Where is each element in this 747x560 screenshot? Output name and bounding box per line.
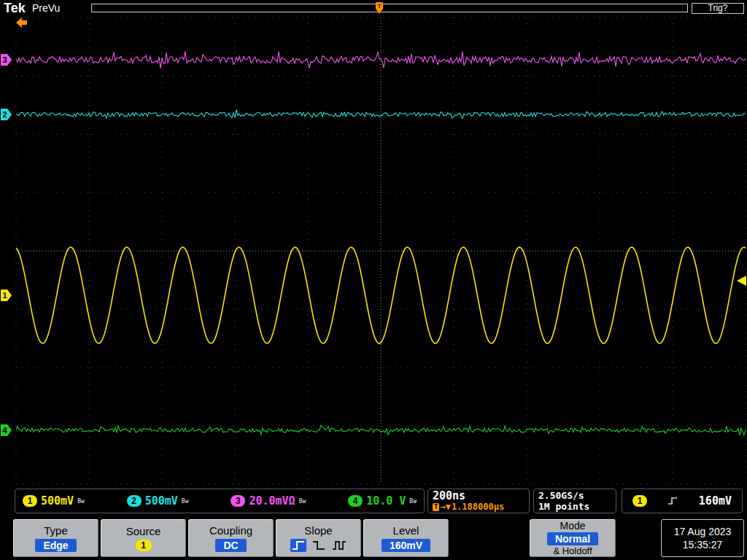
falling-slope-icon[interactable] (311, 539, 327, 552)
coupling-label: Coupling (209, 524, 252, 537)
mode-value: Normal (547, 532, 598, 545)
record-view-bar (91, 4, 688, 12)
trigger-level-value: 160mV (699, 494, 732, 508)
level-value: 160mV (382, 539, 430, 552)
trigger-delay-readout: T →▼ 1.188000µs (433, 502, 525, 512)
date-value: 17 Aug 2023 (674, 526, 732, 537)
trigger-readout: 1 160mV (622, 489, 743, 513)
slope-button[interactable]: Slope (276, 519, 361, 557)
level-label: Level (393, 524, 419, 537)
either-slope-icon[interactable] (331, 539, 347, 552)
trigger-t-label: T (378, 3, 382, 9)
channel-2-readout[interactable]: 2 500mV Bw (127, 494, 189, 508)
type-button[interactable]: Type Edge (13, 519, 98, 557)
acquisition-readout: 2.50GS/s 1M points (533, 489, 616, 513)
trigger-status-indicator: Trig? (692, 3, 744, 14)
trigger-menu-bar: Type Edge Source 1 Coupling DC Slope (0, 516, 747, 560)
sample-rate-value: 2.50GS/s (538, 490, 611, 501)
channel-1-badge: 1 (23, 495, 37, 507)
channel-1-readout[interactable]: 1 500mV Bw (23, 494, 85, 508)
trigger-t-icon: T (433, 503, 439, 511)
trigger-position-marker[interactable]: T (374, 1, 385, 16)
readout-bar: 1 500mV Bw 2 500mV Bw 3 20.0mVΩ Bw 4 10.… (0, 486, 747, 516)
time-value: 15:35:27 (683, 539, 723, 551)
channel-1-scale: 500mV (41, 494, 74, 508)
source-button[interactable]: Source 1 (101, 519, 186, 557)
channel-4-trace (16, 425, 746, 435)
trigger-delay-value: 1.188000µs (452, 502, 504, 512)
type-value: Edge (35, 539, 76, 552)
channel-2-ground-marker-label: 2 (2, 110, 7, 119)
source-label: Source (126, 525, 161, 537)
trigger-level-marker[interactable] (737, 276, 746, 286)
channel-2-badge: 2 (127, 495, 142, 507)
level-button[interactable]: Level 160mV (363, 519, 449, 557)
brand-logo: Tek (4, 1, 26, 16)
channel-4-badge: 4 (348, 495, 363, 507)
bandwidth-limit-icon: Bw (77, 498, 85, 508)
rising-slope-icon[interactable] (290, 539, 306, 552)
channel-3-ground-marker-label: 3 (2, 55, 7, 64)
slope-label: Slope (304, 524, 332, 537)
bandwidth-limit-icon: Bw (409, 498, 417, 508)
channel-3-scale: 20.0mVΩ (249, 494, 295, 508)
channel-4-readout[interactable]: 4 10.0 V Bw (348, 494, 417, 508)
acquisition-status: PreVu (32, 2, 60, 14)
oscilloscope-screen: 3214 Tek PreVu T Trig? 1 500mV Bw 2 500m… (0, 0, 747, 560)
bandwidth-limit-icon: Bw (299, 498, 306, 508)
channel-3-trace (16, 51, 746, 69)
channel-scale-readouts: 1 500mV Bw 2 500mV Bw 3 20.0mVΩ Bw 4 10.… (15, 489, 425, 513)
channel-1-ground-marker-label: 1 (2, 291, 7, 300)
mode-value-secondary: & Holdoff (553, 546, 592, 556)
rising-edge-icon (667, 495, 678, 507)
datetime-display: 17 Aug 2023 15:35:27 (661, 519, 744, 557)
type-label: Type (44, 524, 68, 537)
channel-4-ground-marker-label: 4 (2, 426, 7, 435)
status-bar: Tek PreVu T Trig? (0, 0, 747, 16)
mode-button[interactable]: Mode Normal & Holdoff (530, 519, 616, 557)
source-value-badge: 1 (136, 540, 152, 551)
timebase-value: 200ns (433, 490, 525, 502)
delay-arrow-icon: →▼ (440, 502, 450, 512)
record-length-value: 1M points (538, 501, 611, 512)
bandwidth-limit-icon: Bw (182, 498, 189, 508)
mode-label: Mode (560, 520, 585, 532)
slope-options (290, 539, 347, 552)
channel-4-scale: 10.0 V (366, 494, 406, 508)
horizontal-readout: 200ns T →▼ 1.188000µs (427, 489, 530, 513)
channel-3-badge: 3 (231, 495, 245, 507)
coupling-value: DC (215, 539, 246, 552)
coupling-button[interactable]: Coupling DC (188, 519, 274, 557)
channel-2-scale: 500mV (145, 494, 178, 508)
trigger-reference-arrow-icon (16, 18, 27, 28)
channel-3-readout[interactable]: 3 20.0mVΩ Bw (231, 494, 306, 508)
waveform-display: 3214 (0, 0, 747, 560)
trigger-source-badge: 1 (632, 495, 647, 507)
